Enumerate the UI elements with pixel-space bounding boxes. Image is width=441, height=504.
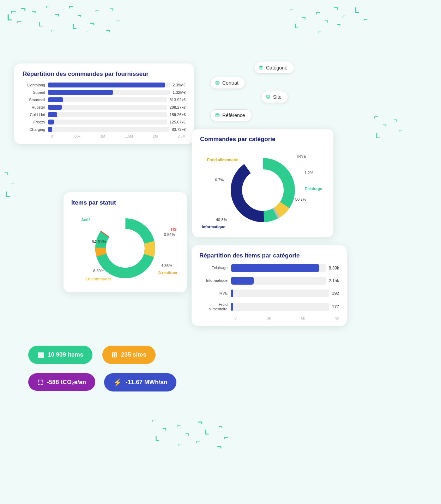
hbar-axis: 0 3k 6k 9k xyxy=(235,316,339,320)
bar-label-hubster: Hubster xyxy=(23,105,48,109)
filter-reference[interactable]: ⛃ Référence xyxy=(210,109,252,121)
filter-icon-site: ⛃ xyxy=(266,94,271,100)
donut-value-irve: 1.2% xyxy=(304,171,313,175)
filter-contrat[interactable]: ⛃ Contrat xyxy=(210,77,245,89)
badge-mwh: ⚡ -11.67 MWh/an xyxy=(104,373,176,391)
bar-value-coldhot: 189.26k€ xyxy=(170,113,186,117)
hbar-track-froid xyxy=(231,303,329,311)
badge-mwh-label: -11.67 MWh/an xyxy=(126,379,167,386)
bar-track-coldhot xyxy=(48,112,167,117)
donut-label-froid: Froid alimentaire xyxy=(207,158,238,162)
bar-fill-charging xyxy=(48,127,52,132)
badge-items: ▦ 10 909 items xyxy=(28,346,92,364)
hbar-label-irve: IRVE xyxy=(199,291,231,296)
bar-track-hubster xyxy=(48,105,167,110)
badge-sites-label: 235 sites xyxy=(121,351,146,358)
hbar-label-informatique: Informatique xyxy=(199,278,231,283)
donut-categorie-card: Commandes par catégorie Eclairage 50.7% … xyxy=(192,129,333,237)
sites-icon: ⊞ xyxy=(111,351,117,359)
donut-value-informatique: 40.8% xyxy=(216,218,227,222)
bar-fill-lightninng xyxy=(48,83,165,87)
donut-actif xyxy=(101,224,150,273)
badge-co2-label: -588 tCO₂e/an xyxy=(47,378,86,386)
hbar-label-froid: Froidalimentaire xyxy=(199,302,231,311)
filter-categorie[interactable]: ⛃ Catégorie xyxy=(254,62,294,74)
donut-label-irve: IRVE xyxy=(297,154,306,158)
bar-fill-smartcall xyxy=(48,97,63,102)
hbar-track-eclairage xyxy=(231,264,326,272)
filter-icon-categorie: ⛃ xyxy=(259,65,264,71)
hbar-chart-body: Eclairage 8.39k Informatique 2.15k IRVE … xyxy=(199,264,339,320)
bar-track-superit xyxy=(48,90,170,95)
bar-chart-body: Lightninng 2.39M€ Superit 1.32M€ Smartca… xyxy=(23,83,186,138)
filter-label-contrat: Contrat xyxy=(222,80,238,86)
bar-label-freezy: Freezy xyxy=(23,120,48,124)
bar-fill-freezy xyxy=(48,120,54,125)
bar-fill-coldhot xyxy=(48,112,57,117)
bar-row-charging: Charging 83.72k€ xyxy=(23,127,186,132)
badge-items-label: 10 909 items xyxy=(48,351,83,358)
hbar-track-irve xyxy=(231,290,329,297)
hbar-row-irve: IRVE 192 xyxy=(199,290,339,297)
bar-track-charging xyxy=(48,127,169,132)
bar-fill-hubster xyxy=(48,105,62,110)
donut-categorie-title: Commandes par catégorie xyxy=(200,136,326,143)
bar-label-superit: Superit xyxy=(23,90,48,95)
co2-icon: ⬚ xyxy=(37,378,43,386)
hbar-label-eclairage: Eclairage xyxy=(199,266,231,270)
filter-label-categorie: Catégorie xyxy=(266,65,288,71)
bar-row-superit: Superit 1.32M€ xyxy=(23,90,186,95)
bar-value-hubster: 288.27k€ xyxy=(170,105,186,109)
bar-value-charging: 83.72k€ xyxy=(172,127,186,132)
donut-label-actif: Actif xyxy=(81,218,90,222)
donut-label-informatique: Informatique xyxy=(202,225,225,229)
bar-value-superit: 1.32M€ xyxy=(173,90,186,95)
hbar-track-informatique xyxy=(231,277,326,285)
donut-value-actif: 84.81% xyxy=(92,239,106,244)
bar-label-lightninng: Lightninng xyxy=(23,83,48,87)
bar-row-coldhot: Cold-Hot 189.26k€ xyxy=(23,112,186,117)
donut-label-en-commande: En commande xyxy=(85,277,112,281)
hbar-row-froid: Froidalimentaire 177 xyxy=(199,302,339,311)
filter-icon-reference: ⛃ xyxy=(215,112,220,119)
donut-statut-chart: Actif 84.81% 8.59% En commande 4.86% A r… xyxy=(71,211,179,285)
donut-label-eclairage: Eclairage xyxy=(305,187,322,191)
donut-value-en-commande: 8.59% xyxy=(93,269,104,273)
hbar-fill-irve xyxy=(231,290,233,297)
filter-site[interactable]: ⛃ Site xyxy=(261,91,288,103)
hbar-categorie-title: Répartition des items par catégorie xyxy=(199,252,339,259)
bar-axis: 0 500k 1M 1.5M 2M 2.5M xyxy=(51,134,186,138)
badge-sites: ⊞ 235 sites xyxy=(102,346,156,364)
bar-chart-fournisseur: Répartition des commandes par fournisseu… xyxy=(14,63,194,144)
hbar-value-froid: 177 xyxy=(332,304,339,309)
donut-categorie-svg xyxy=(224,151,302,229)
bar-label-charging: Charging xyxy=(23,127,48,132)
filter-label-site: Site xyxy=(273,94,282,100)
donut-statut-card: Items par statut Actif 84.81% 8.59% En c… xyxy=(64,192,187,292)
bar-track-freezy xyxy=(48,120,167,125)
hbar-row-eclairage: Eclairage 8.39k xyxy=(199,264,339,272)
bar-label-smartcall: Smartcall xyxy=(23,98,48,102)
hbar-value-informatique: 2.15k xyxy=(329,278,339,283)
bar-row-smartcall: Smartcall 313.92k€ xyxy=(23,97,186,102)
bar-value-freezy: 125.67k€ xyxy=(170,120,186,124)
donut-label-a-restituer: A restituer xyxy=(158,271,177,275)
hbar-value-eclairage: 8.39k xyxy=(329,266,339,271)
bar-track-lightninng xyxy=(48,83,170,87)
hbar-fill-informatique xyxy=(231,277,254,285)
hbar-fill-eclairage xyxy=(231,264,319,272)
donut-value-a-restituer: 4.86% xyxy=(161,263,172,268)
filter-icon-contrat: ⛃ xyxy=(215,80,220,86)
bar-fill-superit xyxy=(48,90,113,95)
hbar-fill-froid xyxy=(231,303,233,311)
bar-value-lightninng: 2.39M€ xyxy=(173,83,186,87)
bar-label-coldhot: Cold-Hot xyxy=(23,113,48,117)
items-icon: ▦ xyxy=(37,351,44,359)
hbar-value-irve: 192 xyxy=(332,291,339,296)
donut-value-froid: 6.7% xyxy=(215,178,224,182)
donut-value-hs: 0.54% xyxy=(164,232,175,237)
donut-label-hs: HS xyxy=(171,227,176,231)
donut-statut-svg xyxy=(90,213,161,284)
bar-chart-title: Répartition des commandes par fournisseu… xyxy=(23,71,186,78)
hbar-row-informatique: Informatique 2.15k xyxy=(199,277,339,285)
